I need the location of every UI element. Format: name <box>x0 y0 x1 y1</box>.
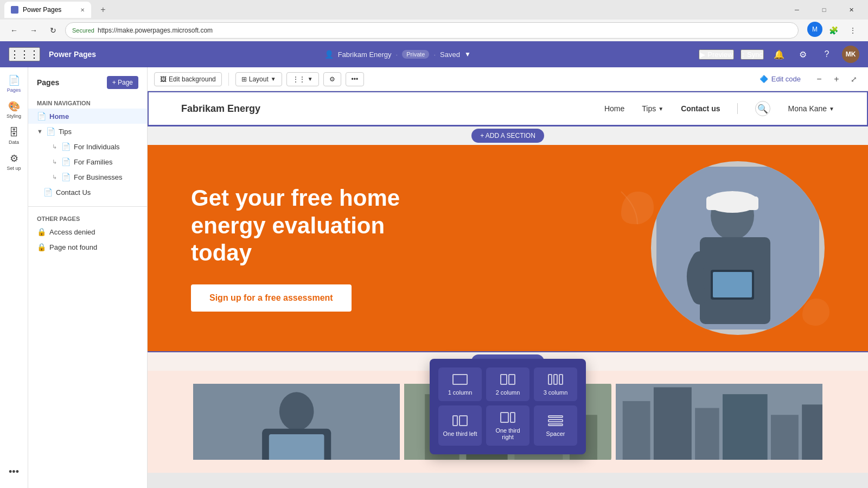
site-nav-tips[interactable]: Tips ▼ <box>642 104 663 113</box>
app-topbar: ⋮⋮⋮ Power Pages 👤 Fabrikam Energy · Priv… <box>0 41 868 67</box>
hero-cta-button[interactable]: Sign up for a free assessment <box>191 284 352 312</box>
address-bar[interactable]: Secured https://make.powerpages.microsof… <box>65 22 799 39</box>
home-nav-icon: 📄 <box>37 112 46 121</box>
browser-action-profile[interactable]: M <box>807 22 822 37</box>
svg-rect-17 <box>622 401 650 460</box>
section-choice-one-third-right[interactable]: One third right <box>486 405 529 446</box>
layout-1col-icon <box>451 373 469 386</box>
settings-button[interactable]: ⚙ <box>794 46 812 63</box>
nav-item-for-families[interactable]: ↳ 📄 For Families <box>28 154 147 169</box>
svg-point-8 <box>279 392 314 430</box>
sidebar-item-data[interactable]: 🗄 Data <box>2 124 26 148</box>
layout-3col-icon <box>547 373 564 386</box>
layout-button[interactable]: ⊞ Layout ▼ <box>235 72 282 86</box>
browser-titlebar: Power Pages ✕ + ─ □ ✕ <box>0 0 868 20</box>
canvas-area: 🖼 Edit background ⊞ Layout ▼ ⋮⋮ ▼ ⚙ ••• … <box>148 67 868 488</box>
tips-text: Tips <box>642 104 656 113</box>
section-choice-one-third-left[interactable]: One third left <box>438 405 482 446</box>
preview-button[interactable]: ▶ Preview <box>699 49 733 60</box>
site-name: Fabrikam Energy <box>338 50 392 59</box>
close-button[interactable]: ✕ <box>839 0 864 20</box>
zoom-in-button[interactable]: + <box>829 72 844 87</box>
styling-label: Styling <box>7 113 21 119</box>
nav-item-contact-us[interactable]: 📄 Contact Us <box>28 185 147 200</box>
grid-settings-button[interactable]: ⋮⋮ ▼ <box>286 72 319 86</box>
tips-nav-icon: 📄 <box>46 127 55 136</box>
browser-tab[interactable]: Power Pages ✕ <box>4 2 91 18</box>
preview-label: Preview <box>707 50 732 59</box>
separator: · <box>396 50 398 59</box>
sidebar-more-button[interactable]: ••• <box>2 460 26 484</box>
section-choice-spacer[interactable]: Spacer <box>534 405 577 446</box>
add-section-top-button[interactable]: + ADD A SECTION <box>471 129 544 143</box>
section-settings-button[interactable]: ⚙ <box>323 72 341 86</box>
below-fold-image-1 <box>193 384 400 460</box>
hero-section: Get your free home energy evaluation tod… <box>148 145 868 351</box>
tips-label: Tips <box>59 128 72 136</box>
nav-item-tips[interactable]: ▼ 📄 Tips <box>28 124 147 139</box>
svg-rect-18 <box>654 387 692 460</box>
forward-button[interactable]: → <box>26 23 41 38</box>
pages-label: Pages <box>7 87 21 93</box>
section-more-button[interactable]: ••• <box>346 72 365 86</box>
edit-background-label: Edit background <box>169 75 216 83</box>
13left-label: One third left <box>443 430 477 437</box>
canvas-toolbar: 🖼 Edit background ⊞ Layout ▼ ⋮⋮ ▼ ⚙ ••• … <box>148 67 868 91</box>
notifications-button[interactable]: 🔔 <box>770 46 788 63</box>
edit-background-button[interactable]: 🖼 Edit background <box>154 72 222 86</box>
separator2: · <box>433 50 436 59</box>
tab-title: Power Pages <box>23 6 61 14</box>
edit-bg-icon: 🖼 <box>160 75 167 83</box>
add-page-button[interactable]: + Page <box>107 76 138 89</box>
nav-panel: Pages + Page Main navigation 📄 Home ▼ 📄 … <box>28 67 148 488</box>
site-nav-home[interactable]: Home <box>604 104 624 113</box>
refresh-button[interactable]: ↻ <box>46 23 61 38</box>
page-canvas: Fabrikam Energy Home Tips ▼ Contact us 🔍… <box>148 91 868 473</box>
search-button[interactable]: 🔍 <box>755 101 770 116</box>
2col-label: 2 column <box>496 389 520 396</box>
help-button[interactable]: ? <box>818 46 835 63</box>
sidebar-item-setup[interactable]: ⚙ Set up <box>2 150 26 174</box>
sidebar-item-pages[interactable]: 📄 Pages <box>2 72 26 96</box>
setup-icon: ⚙ <box>10 153 18 164</box>
data-icon: 🗄 <box>9 127 19 138</box>
edit-code-button[interactable]: 🔷 Edit code <box>753 72 807 86</box>
layout-13right-icon <box>499 411 516 424</box>
browser-action-extensions[interactable]: 🧩 <box>825 22 842 39</box>
indent-arrow-families: ↳ <box>52 159 57 166</box>
contact-label: Contact Us <box>56 188 91 197</box>
hero-title: Get your free home energy evaluation tod… <box>191 185 419 267</box>
user-icon: 👤 <box>324 50 334 59</box>
maximize-button[interactable]: □ <box>812 0 837 20</box>
avatar[interactable]: MK <box>842 46 859 63</box>
back-button[interactable]: ← <box>7 23 22 38</box>
waffle-menu-button[interactable]: ⋮⋮⋮ <box>9 47 40 61</box>
expand-button[interactable]: ⤢ <box>846 72 861 87</box>
zoom-out-button[interactable]: − <box>812 72 827 87</box>
user-dropdown[interactable]: Mona Kane ▼ <box>788 104 834 113</box>
browser-action-menu[interactable]: ⋮ <box>844 22 861 39</box>
nav-item-for-businesses[interactable]: ↳ 📄 For Businesses <box>28 169 147 185</box>
minimize-button[interactable]: ─ <box>784 0 809 20</box>
section-choice-3col[interactable]: 3 column <box>534 367 577 401</box>
sync-button[interactable]: ↕ Sync <box>741 49 764 60</box>
more-icon: ••• <box>9 466 19 478</box>
3col-label: 3 column <box>544 389 568 396</box>
section-choice-2col[interactable]: 2 column <box>486 367 529 401</box>
site-nav-contact[interactable]: Contact us <box>681 104 720 113</box>
businesses-nav-icon: 📄 <box>61 173 71 181</box>
site-dropdown-button[interactable]: ▼ <box>464 50 471 58</box>
nav-item-home[interactable]: 📄 Home <box>28 109 147 124</box>
tab-close-icon[interactable]: ✕ <box>80 7 85 13</box>
new-tab-button[interactable]: + <box>95 2 111 17</box>
url-text: https://make.powerpages.microsoft.com <box>98 27 213 34</box>
sidebar: 📄 Pages 🎨 Styling 🗄 Data ⚙ Set up ••• <box>0 67 28 488</box>
site-info: 👤 Fabrikam Energy · Private · Saved ▼ <box>103 50 692 59</box>
section-choice-1col[interactable]: 1 column <box>438 367 482 401</box>
nav-item-page-not-found[interactable]: 🔒 Page not found <box>28 239 147 255</box>
nav-item-for-individuals[interactable]: ↳ 📄 For Individuals <box>28 139 147 154</box>
sync-icon: ↕ <box>742 50 745 59</box>
layout-label: Layout <box>249 75 269 83</box>
nav-item-access-denied[interactable]: 🔒 Access denied <box>28 224 147 239</box>
sidebar-item-styling[interactable]: 🎨 Styling <box>2 98 26 122</box>
